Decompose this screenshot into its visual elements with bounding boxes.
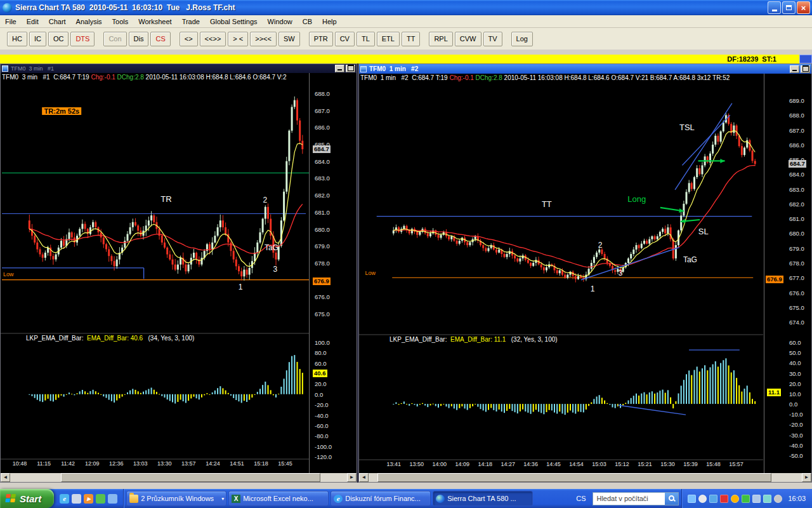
chart-info-line: TFM0 1 min #2 C:684.7 T:19 Chg:-0.1 DChg…	[360, 74, 811, 81]
title-bar[interactable]: Sierra Chart TA 580 2010-05-11 16:03:10 …	[0, 0, 812, 15]
chart1-hscrollbar[interactable]: ◄ ►	[1, 473, 357, 482]
menu-file[interactable]: File	[0, 17, 22, 27]
annotation-tag: TaG	[265, 244, 278, 253]
menu-edit[interactable]: Edit	[22, 17, 44, 27]
tray-power-icon[interactable]	[774, 495, 782, 503]
chart1-title-bar[interactable]: TFM0 3 min #1	[1, 64, 357, 73]
menu-analysis[interactable]: Analysis	[71, 17, 107, 27]
toolbar-oc-button[interactable]: OC	[48, 32, 69, 46]
outlook-icon[interactable]	[108, 494, 117, 504]
close-button[interactable]: ×	[797, 1, 810, 14]
scroll-track[interactable]	[10, 473, 347, 482]
toolbar-tl-button[interactable]: TL	[357, 32, 375, 46]
toolbar-cvw-button[interactable]: CVW	[455, 32, 481, 46]
price-scale[interactable]: 688.0687.0686.0685.0684.0683.0682.0681.0…	[309, 73, 357, 473]
toolbar-tt-button[interactable]: TT	[402, 32, 420, 46]
chart1-canvas[interactable]: TFM0 3 min #1 C:684.7 T:19 Chg:-0.1 DChg…	[1, 73, 357, 473]
msn-messenger-icon[interactable]	[96, 494, 105, 504]
menu-cb[interactable]: CB	[298, 17, 317, 27]
menu-worksheet[interactable]: Worksheet	[133, 17, 176, 27]
task-button-4[interactable]: Sierra Chart TA 580 ...	[433, 491, 533, 506]
chart-workspace: TFM0 3 min #1 TFM0 3 min #1 C:684.7 T:19…	[0, 64, 812, 483]
toolbar-dts-button[interactable]: DTS	[70, 32, 95, 46]
tray-volume-icon[interactable]	[698, 495, 707, 503]
chart2-title-bar[interactable]: TFM0 1 min #2	[359, 64, 811, 74]
tray-updates-icon[interactable]	[731, 495, 739, 503]
restore-button[interactable]	[782, 1, 796, 14]
scroll-right-arrow[interactable]: ►	[802, 473, 811, 482]
toolbar-narrow-button[interactable]: > <	[228, 32, 248, 46]
show-desktop-icon[interactable]	[72, 494, 81, 504]
toolbar-cs-button[interactable]: CS	[150, 32, 170, 46]
chart2-hscrollbar[interactable]: ◄ ►	[359, 473, 811, 482]
toolbar-compress-button[interactable]: <>	[180, 32, 198, 46]
search-input[interactable]	[596, 495, 665, 502]
tray-messenger-icon[interactable]	[742, 495, 750, 503]
scroll-left-arrow[interactable]: ◄	[1, 473, 10, 482]
subgraph-tick: -40.0	[789, 442, 803, 449]
start-button[interactable]: Start	[0, 489, 54, 508]
chart2-maximize-button[interactable]	[801, 65, 810, 73]
scroll-thumb[interactable]	[61, 473, 320, 482]
chart1-maximize-button[interactable]	[346, 65, 355, 72]
menu-chart[interactable]: Chart	[44, 17, 71, 27]
tray-antivirus-icon[interactable]	[720, 495, 728, 503]
scroll-track[interactable]	[369, 473, 802, 482]
menu-window[interactable]: Window	[263, 17, 298, 27]
toolbar-expand-button[interactable]: <<>>	[200, 32, 226, 46]
status-df-st: DF:18239 ST:1	[727, 55, 776, 64]
menu-tools[interactable]: Tools	[107, 17, 134, 27]
toolbar-log-button[interactable]: Log	[511, 32, 533, 46]
tray-network-icon[interactable]	[709, 495, 717, 503]
toolbar-tv-button[interactable]: TV	[483, 32, 502, 46]
media-player-icon[interactable]: ▸	[84, 494, 93, 504]
price-tick: 686.0	[315, 124, 330, 131]
chart2-minimize-button[interactable]	[790, 65, 799, 73]
time-axis-label: 12:36	[109, 460, 124, 467]
menu-trade[interactable]: Trade	[177, 17, 205, 27]
price-tick: 677.0	[789, 274, 804, 281]
scroll-thumb[interactable]	[377, 473, 772, 482]
task-button-1[interactable]: 2 Průzkumník Windows▾	[126, 491, 226, 506]
toolbar-cv-button[interactable]: CV	[335, 32, 355, 46]
menu-global-settings[interactable]: Global Settings	[205, 17, 263, 27]
scroll-right-arrow[interactable]: ►	[347, 473, 357, 482]
toolbar-dis-button[interactable]: Dis	[129, 32, 149, 46]
toolbar: HCICOCDTSConDisCS<><<>>> <>><<SWPTRCVTLE…	[0, 28, 812, 50]
scroll-left-arrow[interactable]: ◄	[359, 473, 369, 482]
subgraph-tick: -30.0	[789, 432, 803, 439]
price-tick: 682.0	[315, 192, 330, 199]
time-axis-label: 14:45	[546, 461, 561, 467]
price-tick: 688.0	[789, 112, 804, 119]
subgraph-tick: -10.0	[789, 411, 803, 418]
status-corner-box	[799, 55, 812, 64]
toolbar-ptr-button[interactable]: PTR	[309, 32, 333, 46]
tray-usb-icon[interactable]	[763, 495, 771, 503]
taskbar-clock[interactable]: 16:03	[788, 495, 806, 502]
language-indicator[interactable]: CS	[572, 495, 590, 502]
chart1-minimize-button[interactable]	[335, 65, 344, 72]
toolbar-ic-button[interactable]: IC	[29, 32, 46, 46]
task-button-3[interactable]: eDiskuzní fórum Financ...	[331, 491, 431, 506]
toolbar-etl-button[interactable]: ETL	[377, 32, 400, 46]
internet-explorer-icon[interactable]: e	[60, 494, 69, 504]
time-axis-label: 15:48	[706, 461, 721, 467]
task-button-2[interactable]: XMicrosoft Excel neko...	[228, 491, 329, 506]
tray-graphics-icon[interactable]	[688, 495, 696, 503]
toolbar-sw-button[interactable]: SW	[278, 32, 300, 46]
search-icon[interactable]	[665, 493, 678, 505]
toolbar-con-button[interactable]: Con	[103, 32, 126, 46]
price-scale[interactable]: 689.0688.0687.0686.0685.0684.0683.0682.0…	[764, 74, 811, 473]
windows-logo-icon	[5, 494, 17, 504]
task-label: Sierra Chart TA 580 ...	[447, 495, 516, 502]
toolbar-hc-button[interactable]: HC	[7, 32, 27, 46]
taskbar-search	[593, 492, 679, 505]
menu-help[interactable]: Help	[317, 17, 342, 27]
taskbar: Start e▸ 2 Průzkumník Windows▾XMicrosoft…	[0, 489, 812, 508]
toolbar-rpl-button[interactable]: RPL	[429, 32, 452, 46]
chart2-canvas[interactable]: TFM0 1 min #2 C:684.7 T:19 Chg:-0.1 DChg…	[359, 74, 811, 473]
minimize-button[interactable]	[768, 1, 781, 14]
tray-display-icon[interactable]	[752, 495, 761, 503]
price-tick: 674.0	[789, 319, 804, 326]
toolbar-narrow-more-button[interactable]: >><<	[250, 32, 277, 46]
